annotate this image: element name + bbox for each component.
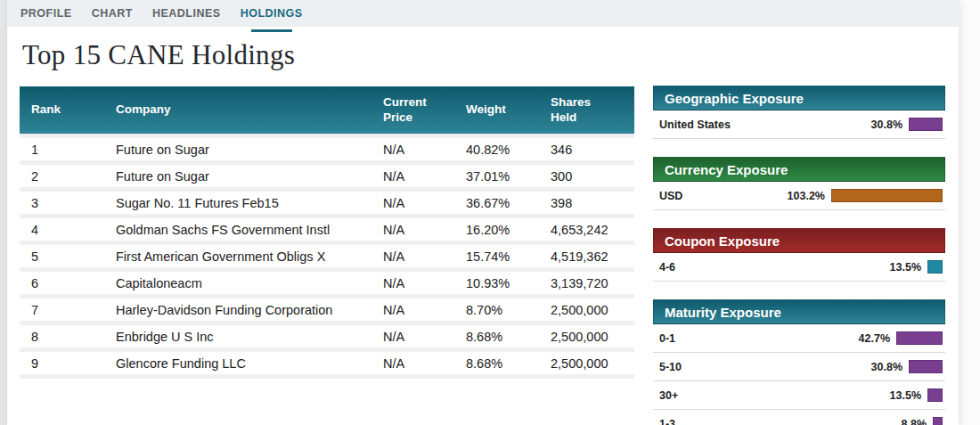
- cell-company: First American Government Obligs X: [116, 249, 383, 264]
- cell-company: Sugar No. 11 Futures Feb15: [116, 196, 383, 210]
- tab-profile[interactable]: PROFILE: [11, 0, 82, 27]
- cell-shares-held: 398: [551, 196, 634, 210]
- cell-shares-held: 3,139,720: [551, 276, 634, 290]
- cell-company: Glencore Funding LLC: [116, 356, 383, 371]
- exposure-percent: 103.2%: [788, 190, 825, 202]
- page-title: Top 15 CANE Holdings: [22, 39, 295, 71]
- exposure-row: 4-6 13.5%: [653, 253, 945, 282]
- cell-weight: 40.82%: [466, 143, 551, 157]
- table-row: 5 First American Government Obligs X N/A…: [20, 241, 634, 267]
- table-header-row: Rank Company Current Price Weight Shares…: [20, 86, 634, 134]
- exposure-percent: 30.8%: [871, 361, 902, 373]
- exposure-label: 1-3: [659, 418, 902, 425]
- maturity-exposure-panel: Maturity Exposure 0-1 42.7% 5-10 30.8% 3…: [653, 299, 945, 425]
- exposure-label: United States: [659, 119, 871, 131]
- cell-current-price: N/A: [383, 303, 466, 317]
- tab-holdings[interactable]: HOLDINGS: [231, 0, 313, 27]
- col-header-rank: Rank: [20, 102, 116, 118]
- panel-title: Geographic Exposure: [653, 86, 945, 110]
- exposure-row: 0-1 42.7%: [653, 324, 945, 353]
- cell-shares-held: 300: [551, 169, 634, 184]
- col-header-weight: Weight: [466, 102, 551, 118]
- cell-current-price: N/A: [383, 330, 466, 344]
- col-header-current-price: Current Price: [383, 95, 466, 126]
- col-header-shares-held: Shares Held: [551, 95, 634, 126]
- table-row: 6 Capitaloneacm N/A 10.93% 3,139,720: [20, 267, 634, 294]
- exposure-row: 1-3 8.8%: [653, 410, 945, 425]
- table-row: 8 Enbridge U S Inc N/A 8.68% 2,500,000: [20, 321, 634, 347]
- panel-title: Currency Exposure: [653, 157, 945, 182]
- cell-shares-held: 2,500,000: [551, 303, 634, 317]
- cell-weight: 37.01%: [466, 169, 551, 184]
- cell-shares-held: 346: [551, 143, 634, 157]
- exposure-bar: [831, 189, 943, 202]
- holdings-page: PROFILE CHART HEADLINES HOLDINGS Top 15 …: [7, 0, 959, 425]
- exposure-label: USD: [659, 190, 788, 202]
- exposure-bar: [909, 118, 943, 131]
- exposure-label: 4-6: [659, 261, 890, 274]
- cell-weight: 36.67%: [466, 196, 551, 210]
- currency-exposure-panel: Currency Exposure USD 103.2%: [653, 157, 945, 210]
- cell-current-price: N/A: [383, 143, 466, 157]
- table-row: 9 Glencore Funding LLC N/A 8.68% 2,500,0…: [20, 347, 634, 374]
- exposure-label: 0-1: [659, 332, 859, 345]
- exposure-percent: 13.5%: [890, 261, 921, 274]
- exposure-percent: 8.8%: [902, 418, 927, 425]
- cell-company: Future on Sugar: [116, 143, 383, 157]
- cell-current-price: N/A: [383, 356, 466, 371]
- cell-company: Goldman Sachs FS Government Instl: [116, 223, 383, 237]
- cell-weight: 16.20%: [466, 223, 551, 237]
- cell-weight: 8.70%: [466, 303, 551, 317]
- cell-rank: 3: [20, 196, 116, 210]
- cell-rank: 4: [20, 223, 116, 237]
- cell-rank: 7: [20, 303, 116, 317]
- exposure-bar: [927, 388, 943, 402]
- cell-shares-held: 2,500,000: [551, 330, 634, 344]
- table-row: 3 Sugar No. 11 Futures Feb15 N/A 36.67% …: [20, 187, 634, 214]
- cell-company: Harley-Davidson Funding Corporation: [116, 303, 383, 317]
- tab-chart[interactable]: CHART: [82, 0, 143, 27]
- cell-current-price: N/A: [383, 249, 466, 264]
- cell-rank: 2: [20, 169, 116, 184]
- cell-rank: 9: [20, 356, 116, 371]
- cell-current-price: N/A: [383, 169, 466, 184]
- cell-shares-held: 4,653,242: [551, 223, 634, 237]
- tab-headlines[interactable]: HEADLINES: [143, 0, 231, 27]
- exposure-percent: 30.8%: [871, 119, 902, 131]
- table-row: 1 Future on Sugar N/A 40.82% 346: [20, 134, 634, 160]
- table-row: 2 Future on Sugar N/A 37.01% 300: [20, 160, 634, 187]
- geographic-exposure-panel: Geographic Exposure United States 30.8%: [653, 86, 945, 139]
- exposure-percent: 42.7%: [859, 332, 890, 345]
- cell-current-price: N/A: [383, 223, 466, 237]
- exposure-row: 30+ 13.5%: [653, 381, 945, 410]
- cell-company: Future on Sugar: [116, 169, 383, 184]
- table-row: 4 Goldman Sachs FS Government Instl N/A …: [20, 214, 634, 241]
- cell-shares-held: 4,519,362: [551, 249, 634, 264]
- cell-current-price: N/A: [383, 276, 466, 290]
- exposure-row: United States 30.8%: [653, 110, 945, 139]
- cell-current-price: N/A: [383, 196, 466, 210]
- cell-company: Enbridge U S Inc: [116, 330, 383, 344]
- cell-rank: 8: [20, 330, 116, 344]
- holdings-table: Rank Company Current Price Weight Shares…: [20, 86, 634, 380]
- cell-weight: 8.68%: [466, 330, 551, 344]
- table-row: 7 Harley-Davidson Funding Corporation N/…: [20, 294, 634, 321]
- cell-rank: 6: [20, 276, 116, 290]
- cell-rank: 1: [20, 143, 116, 157]
- exposure-label: 30+: [659, 389, 890, 402]
- table-row-partial: [20, 374, 634, 380]
- cell-weight: 15.74%: [466, 249, 551, 264]
- cell-weight: 10.93%: [466, 276, 551, 290]
- coupon-exposure-panel: Coupon Exposure 4-6 13.5%: [653, 228, 945, 282]
- exposure-bar: [909, 360, 943, 373]
- tab-bar: PROFILE CHART HEADLINES HOLDINGS: [7, 0, 959, 27]
- exposure-label: 5-10: [659, 361, 871, 373]
- exposure-row: USD 103.2%: [653, 182, 945, 210]
- panel-title: Coupon Exposure: [653, 228, 945, 253]
- exposure-bar: [927, 260, 943, 274]
- cell-weight: 8.68%: [466, 356, 551, 371]
- cell-rank: 5: [20, 249, 116, 264]
- cell-shares-held: 2,500,000: [551, 356, 634, 371]
- exposure-row: 5-10 30.8%: [653, 353, 945, 381]
- exposure-bar: [896, 331, 943, 345]
